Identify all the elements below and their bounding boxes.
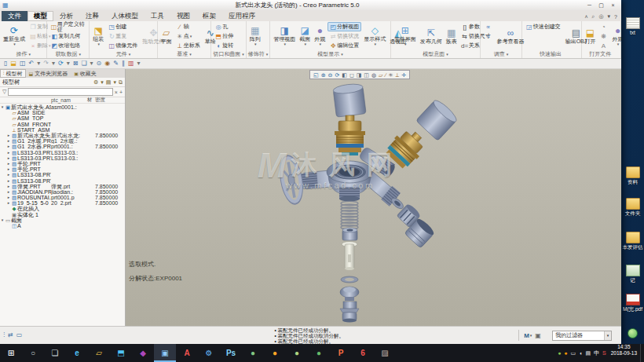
ribbon-group-label[interactable]: 操作 ▾ bbox=[2, 50, 45, 58]
keyboard-icon[interactable]: ▤ bbox=[585, 350, 591, 357]
tree-settings-menu-icon[interactable]: ▾ bbox=[101, 79, 104, 86]
desktop-icon[interactable]: 文件夹 bbox=[621, 198, 644, 216]
tree-row[interactable]: ▸ ▧ ROUSUNTAI.PRT prt0001.p 7.850000 bbox=[0, 195, 125, 200]
ribbon-button[interactable]: ◫ 镜像元件 bbox=[106, 41, 140, 50]
tree-row[interactable]: ⟂ START_ASM bbox=[0, 127, 125, 133]
ribbon-button[interactable]: ◨ 管理视图 ▾ bbox=[272, 22, 297, 50]
ribbon-button[interactable]: ◩ 收缩包络 bbox=[49, 41, 87, 50]
ribbon-button[interactable]: ◇ 显示样式 ▾ bbox=[362, 22, 387, 50]
link-icon[interactable]: ∥ bbox=[122, 60, 125, 68]
ribbon-group-label[interactable]: 切口和曲面 ▾ bbox=[213, 50, 244, 58]
datum-axis-toggle-icon[interactable]: ∕ bbox=[385, 71, 386, 79]
datum-point-toggle-icon[interactable]: ✳ bbox=[389, 71, 393, 79]
ribbon-button[interactable]: ⬓ 打开 bbox=[584, 22, 598, 50]
view-manager-icon[interactable]: ◫ bbox=[364, 71, 369, 79]
part-nut[interactable] bbox=[340, 287, 359, 301]
ribbon-button[interactable]: ◔ bbox=[598, 22, 610, 31]
part-valve-stem[interactable] bbox=[342, 242, 357, 271]
tree-row[interactable]: ▱ ASM_SIDE bbox=[0, 110, 125, 115]
new-file-icon[interactable]: ▯ bbox=[4, 60, 7, 68]
open-file-icon[interactable]: ⬓ bbox=[10, 60, 16, 68]
windows-icon[interactable]: ❏ bbox=[81, 60, 86, 68]
ribbon-button[interactable]: ❐ 复制 bbox=[27, 22, 53, 31]
ribbon-button[interactable]: ◎ 孔 bbox=[213, 22, 236, 31]
ribbon-button[interactable]: ◧ 复制几何 bbox=[49, 31, 87, 41]
ribbon-button[interactable]: ◳ 创建 bbox=[106, 22, 140, 31]
navigator-tab[interactable]: ▣ 收藏夹 bbox=[71, 69, 100, 78]
tree-row[interactable]: ▸ ▧ G1_2水暖.PRT g1_2水暖.: bbox=[0, 138, 125, 144]
ribbon-button[interactable]: ∝ bbox=[482, 22, 494, 31]
tree-row[interactable]: ▸ ▧ LS313-03.PRT LS313-03.: bbox=[0, 150, 125, 155]
ribbon-button[interactable]: ✳ 点 ▾ bbox=[174, 31, 203, 41]
desktop-icon[interactable]: 资料 bbox=[621, 166, 644, 185]
close-button[interactable]: × bbox=[607, 1, 619, 9]
browser-toggle-icon[interactable]: ⇄ bbox=[8, 331, 13, 339]
tree-row[interactable]: ▸ ▧ 手轮.PRT bbox=[0, 161, 125, 166]
tray-green-icon[interactable]: ● bbox=[558, 350, 561, 356]
part-o-ring[interactable] bbox=[341, 276, 358, 283]
pencil-icon[interactable]: ✎ bbox=[113, 60, 119, 68]
taskbar-button[interactable]: ● bbox=[264, 344, 286, 362]
restore-button[interactable]: ▢ bbox=[595, 1, 607, 9]
ribbon-button[interactable]: ▦ 阵列 ▾ bbox=[248, 22, 262, 50]
ribbon-button[interactable]: ∞ 参考查看器 bbox=[495, 22, 525, 50]
filter-clear-icon[interactable]: × bbox=[115, 90, 118, 95]
tree-expand-icon[interactable]: ⧉ bbox=[119, 79, 123, 86]
ribbon-button[interactable]: ▤ 粘贴 ▾ bbox=[27, 31, 53, 41]
desktop-icon[interactable]: 本发评估 bbox=[621, 232, 644, 250]
ribbon-button[interactable]: ◲ 快速创建交 bbox=[524, 22, 563, 31]
ribbon-button[interactable]: ⇄ 切换状况 bbox=[327, 31, 361, 41]
part-handwheel[interactable] bbox=[277, 154, 306, 206]
tree-row[interactable]: ▸ ▧ 弹簧.PRT 弹簧.prt 7.850000 bbox=[0, 184, 125, 189]
taskbar-clock[interactable]: 14:35 2018-09-13 bbox=[608, 344, 640, 362]
part-spout[interactable] bbox=[340, 302, 359, 323]
ribbon-button[interactable]: ⊞ 元件界面 ▾ bbox=[393, 22, 418, 50]
command-search-icon[interactable]: ⌕ bbox=[592, 13, 595, 20]
model-colors-icon[interactable]: ▥ bbox=[128, 60, 134, 68]
column-header-material[interactable]: 材 bbox=[87, 97, 95, 104]
ribbon-group-label[interactable]: 快速输出 bbox=[524, 50, 580, 58]
display-style-toggle-icon[interactable]: ◻ bbox=[349, 71, 354, 79]
user-icon[interactable]: ◉ bbox=[104, 60, 110, 68]
tree-row[interactable]: ▱ ASM_TOP bbox=[0, 115, 125, 121]
tree-row[interactable]: ▾ ▣ 新式出水龙头.ASM asm0001.: bbox=[0, 104, 125, 110]
ribbon-group-label[interactable]: 元件 ▾ bbox=[91, 50, 156, 58]
find-menu-arrow-icon[interactable]: ▾ bbox=[530, 333, 532, 338]
model-tree-toggle-icon[interactable]: ⫶ bbox=[3, 331, 5, 339]
tree-row[interactable]: ▸ ▧ LS313-08.PRT bbox=[0, 177, 125, 183]
find-tool-icon[interactable]: M bbox=[524, 332, 529, 339]
ribbon-button[interactable]: ≈ bbox=[482, 31, 494, 41]
repaint-icon[interactable]: ⟳ bbox=[335, 71, 339, 79]
taskbar-button[interactable]: ▱ bbox=[88, 344, 110, 362]
tree-row[interactable]: ▸ ▧ JIAODIAN.PRT jiaodian.: 7.850000 bbox=[0, 189, 125, 195]
minimize-ribbon-icon[interactable]: ˄ bbox=[584, 14, 587, 20]
ribbon-button[interactable]: ◰ 分解视图 bbox=[327, 22, 361, 31]
taskbar-button[interactable]: ▣ bbox=[154, 344, 176, 362]
tree-row[interactable]: ▣ 实体化 1 bbox=[0, 212, 125, 218]
desktop-icon[interactable]: M(完.pdf bbox=[621, 294, 644, 312]
part-spring[interactable] bbox=[341, 201, 358, 229]
tree-filter-input[interactable] bbox=[8, 88, 112, 96]
menu-tab[interactable]: 文件 bbox=[2, 11, 27, 21]
menu-tab[interactable]: 框架 bbox=[196, 11, 222, 21]
selection-filter-combobox[interactable]: 我的过滤器 ▾ bbox=[552, 331, 612, 341]
ribbon-button[interactable]: ∕ 轴 bbox=[174, 22, 203, 31]
ribbon-group-label[interactable]: 打开文件 bbox=[584, 50, 619, 58]
ribbon-button[interactable]: ◫ 用户定义特征 bbox=[49, 22, 87, 31]
ribbon-group-label[interactable]: 修饰符 ▾ bbox=[248, 50, 269, 58]
taskbar-button[interactable]: ● bbox=[308, 344, 330, 362]
taskbar-button[interactable]: ◆ bbox=[132, 344, 154, 362]
ribbon-button[interactable]: ◪ 截面 ▾ bbox=[298, 22, 312, 50]
redo-menu-icon[interactable]: ▾ bbox=[52, 60, 55, 68]
ribbon-button[interactable]: ◖ 旋转 bbox=[213, 41, 236, 50]
taskbar-button[interactable]: ● bbox=[286, 344, 308, 362]
part-packing-cylinder[interactable] bbox=[342, 228, 357, 240]
ribbon-button[interactable]: × 删除 ▾ bbox=[27, 41, 53, 50]
taskbar-button[interactable]: P bbox=[330, 344, 352, 362]
ribbon-button[interactable]: A bbox=[598, 41, 610, 50]
ribbon-group-label[interactable]: 模型意图 ▾ bbox=[393, 50, 479, 58]
show-desktop-button[interactable] bbox=[640, 344, 644, 362]
shaded-display-icon[interactable]: ◧ bbox=[342, 71, 347, 79]
taskbar-button[interactable]: ⊞ bbox=[0, 344, 22, 362]
tree-row[interactable]: ▸ ▧ LS313-08.PRT bbox=[0, 172, 125, 177]
